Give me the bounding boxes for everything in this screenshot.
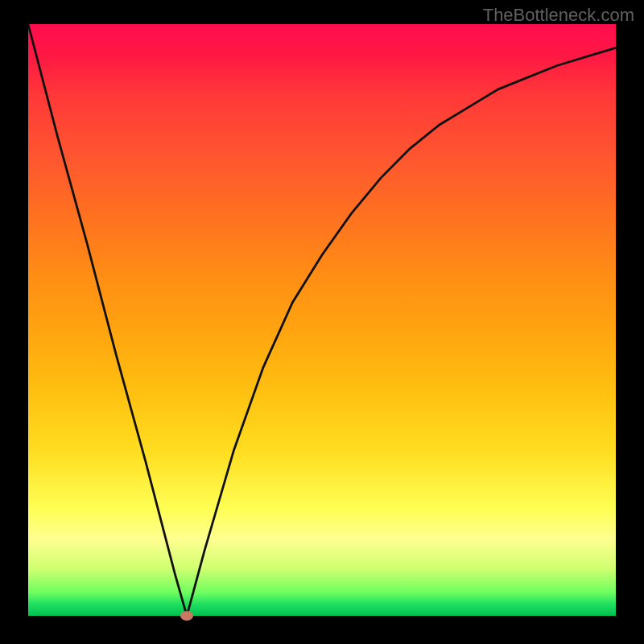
optimal-point-marker <box>180 611 193 621</box>
bottleneck-curve <box>28 24 616 616</box>
watermark-text: TheBottleneck.com <box>483 5 634 26</box>
chart-svg <box>28 24 616 616</box>
chart-plot-area <box>28 24 616 616</box>
